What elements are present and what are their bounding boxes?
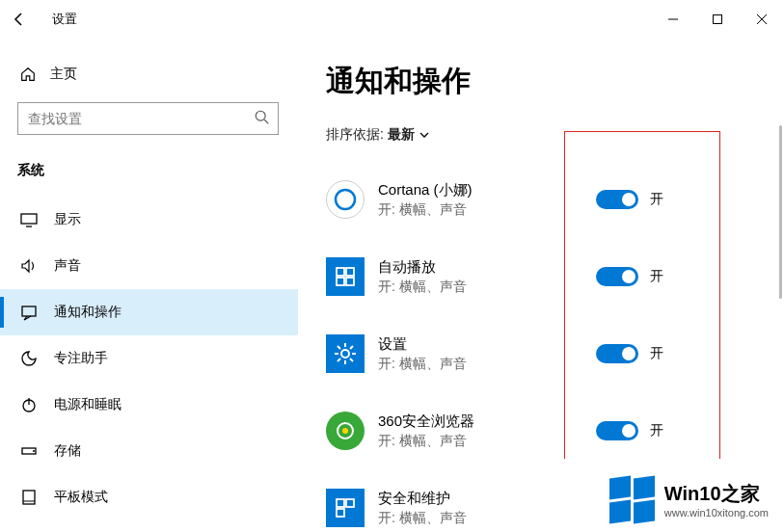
focus-assist-icon: [19, 349, 39, 368]
app-row-settings[interactable]: 设置 开: 横幅、声音 开: [326, 315, 784, 392]
window-title: 设置: [39, 11, 77, 28]
titlebar: 设置: [0, 0, 784, 39]
app-sub: 开: 横幅、声音: [378, 279, 467, 296]
svg-rect-17: [346, 278, 354, 285]
sidebar-item-display[interactable]: 显示: [17, 197, 298, 243]
app-name: 360安全浏览器: [378, 412, 474, 431]
svg-rect-4: [21, 214, 37, 224]
sidebar-item-notifications[interactable]: 通知和操作: [0, 289, 298, 335]
svg-rect-14: [337, 268, 344, 276]
app-row-360browser[interactable]: 360安全浏览器 开: 横幅、声音 开: [326, 392, 784, 469]
tablet-mode-icon: [19, 488, 39, 507]
sidebar-item-label: 专注助手: [54, 350, 108, 367]
windows-logo-icon: [609, 477, 655, 522]
home-label: 主页: [50, 66, 77, 83]
minimize-icon: [667, 13, 679, 25]
app-name: 设置: [378, 335, 467, 354]
toggle-label: 开: [650, 191, 663, 208]
search-input[interactable]: [17, 102, 279, 135]
app-sub: 开: 横幅、声音: [378, 201, 473, 219]
home-link[interactable]: 主页: [17, 58, 298, 96]
svg-point-18: [341, 350, 349, 358]
toggle-360browser[interactable]: [596, 421, 638, 440]
sidebar-item-focus-assist[interactable]: 专注助手: [17, 335, 298, 382]
svg-line-23: [338, 346, 340, 349]
toggle-autoplay[interactable]: [596, 267, 638, 286]
autoplay-icon: [326, 257, 365, 296]
chevron-down-icon: [419, 129, 430, 141]
sidebar-item-tablet-mode[interactable]: 平板模式: [17, 474, 298, 520]
svg-point-10: [33, 450, 35, 452]
close-button[interactable]: [740, 0, 784, 39]
toggle-settings[interactable]: [596, 344, 638, 363]
watermark: Win10之家 www.win10xitong.com: [609, 477, 769, 522]
svg-rect-30: [346, 499, 354, 507]
sidebar: 主页 系统 显示 声音 通知和操作 专注助手 电源和睡眠: [0, 39, 299, 532]
svg-rect-31: [337, 509, 344, 517]
svg-rect-6: [22, 306, 36, 316]
svg-point-13: [336, 190, 355, 209]
toggle-label: 开: [650, 345, 663, 362]
sort-value: 最新: [388, 126, 415, 144]
sidebar-item-label: 平板模式: [54, 489, 108, 506]
maximize-button[interactable]: [695, 0, 740, 39]
toggle-label: 开: [650, 268, 663, 285]
sort-dropdown[interactable]: 排序依据: 最新: [326, 126, 784, 144]
app-sub: 开: 横幅、声音: [378, 433, 474, 450]
sidebar-group-label: 系统: [17, 152, 298, 197]
power-icon: [19, 395, 39, 414]
page-title: 通知和操作: [326, 62, 784, 101]
app-row-cortana[interactable]: Cortana (小娜) 开: 横幅、声音 开: [326, 161, 784, 238]
cortana-icon: [326, 180, 365, 219]
app-sub: 开: 横幅、声音: [378, 356, 467, 373]
sidebar-item-power[interactable]: 电源和睡眠: [17, 382, 298, 428]
svg-rect-15: [346, 268, 354, 276]
app-name: 自动播放: [378, 258, 467, 277]
close-icon: [756, 13, 768, 25]
svg-rect-16: [337, 278, 344, 285]
search-icon: [254, 109, 271, 129]
svg-line-24: [350, 359, 353, 361]
browser360-icon: [326, 412, 365, 450]
back-button[interactable]: [0, 0, 39, 39]
sidebar-item-label: 通知和操作: [54, 304, 122, 321]
watermark-title: Win10之家: [664, 481, 769, 507]
sound-icon: [19, 256, 39, 276]
sidebar-item-label: 声音: [54, 257, 81, 275]
svg-rect-1: [714, 15, 722, 24]
sort-label: 排序依据:: [326, 126, 384, 144]
svg-rect-32: [346, 509, 354, 517]
svg-point-28: [342, 428, 348, 434]
storage-icon: [19, 441, 39, 461]
app-name: 安全和维护: [378, 490, 467, 508]
svg-rect-11: [23, 491, 35, 504]
svg-point-2: [256, 111, 265, 120]
display-icon: [19, 210, 39, 229]
svg-line-25: [338, 359, 340, 361]
home-icon: [19, 66, 37, 83]
settings-app-icon: [326, 334, 365, 373]
sidebar-item-storage[interactable]: 存储: [17, 428, 298, 474]
notifications-icon: [19, 303, 39, 322]
svg-line-3: [264, 120, 268, 123]
scrollbar[interactable]: [779, 125, 782, 299]
app-row-autoplay[interactable]: 自动播放 开: 横幅、声音 开: [326, 238, 784, 315]
main-content: 通知和操作 排序依据: 最新 Cortana (小娜) 开: 横幅、声音 开: [299, 39, 784, 532]
sidebar-item-sound[interactable]: 声音: [17, 243, 298, 289]
sidebar-item-label: 存储: [54, 442, 81, 460]
sidebar-item-label: 电源和睡眠: [54, 396, 122, 413]
app-name: Cortana (小娜): [378, 181, 473, 200]
maximize-icon: [712, 13, 723, 25]
arrow-left-icon: [12, 12, 27, 27]
toggle-label: 开: [650, 422, 663, 439]
minimize-button[interactable]: [651, 0, 695, 39]
app-sub: 开: 横幅、声音: [378, 510, 467, 527]
toggle-cortana[interactable]: [596, 190, 638, 209]
security-icon: [326, 489, 365, 527]
search-box[interactable]: [17, 102, 279, 135]
watermark-url: www.win10xitong.com: [664, 507, 769, 519]
svg-rect-29: [337, 499, 344, 507]
sidebar-item-label: 显示: [54, 211, 81, 228]
svg-line-26: [350, 346, 353, 349]
